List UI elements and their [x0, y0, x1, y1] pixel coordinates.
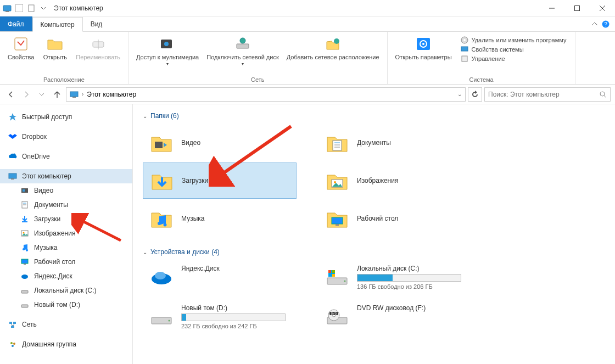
qat-dropdown-icon[interactable] [38, 3, 48, 13]
properties-button[interactable]: Свойства [4, 34, 37, 75]
search-input[interactable] [488, 91, 599, 98]
map-drive-button[interactable]: Подключить сетевой диск▾ [203, 34, 282, 75]
ribbon-group-system: Открыть параметры Удалить или изменить п… [388, 32, 576, 84]
uninstall-programs-link[interactable]: Удалить или изменить программу [461, 36, 567, 44]
open-settings-button[interactable]: Открыть параметры [392, 34, 455, 75]
svg-point-16 [240, 38, 245, 43]
svg-line-47 [13, 324, 14, 326]
system-properties-link[interactable]: Свойства системы [461, 46, 567, 53]
chevron-down-icon: ⌄ [143, 249, 147, 255]
computer-icon [8, 171, 18, 181]
folders-section-header[interactable]: ⌄ Папки (6) [143, 112, 605, 120]
storage-free-text: 232 ГБ свободно из 242 ГБ [181, 323, 286, 329]
sidebar-item-desktop[interactable]: Рабочий стол [0, 255, 132, 269]
ribbon-group-label: Расположение [43, 76, 85, 83]
music-icon [20, 243, 30, 253]
sidebar-homegroup[interactable]: Домашняя группа [0, 337, 132, 351]
media-access-button[interactable]: Доступ к мультимедиа▾ [133, 34, 202, 75]
address-segment[interactable]: Этот компьютер [87, 91, 136, 98]
svg-point-63 [344, 281, 346, 282]
svg-point-40 [21, 275, 28, 279]
svg-rect-25 [70, 92, 78, 97]
manage-link[interactable]: Управление [461, 55, 567, 63]
svg-line-28 [604, 96, 606, 98]
device-tile[interactable]: Локальный диск (C:)136 ГБ свободно из 20… [318, 261, 472, 293]
desktop-icon [20, 257, 30, 267]
svg-rect-1 [5, 11, 9, 12]
device-name: Новый том (D:) [181, 304, 286, 312]
minimize-button[interactable] [539, 0, 564, 16]
nav-recent-dropdown[interactable] [35, 88, 48, 101]
device-tile[interactable]: Новый том (D:)232 ГБ свободно из 242 ГБ [143, 301, 297, 333]
open-button[interactable]: Открыть [38, 34, 71, 75]
folder-tile[interactable]: Изображения [318, 163, 472, 199]
sidebar-item-documents[interactable]: Документы [0, 198, 132, 212]
sidebar-item-downloads[interactable]: Загрузки [0, 212, 132, 226]
device-tile[interactable]: Яндекс.Диск [143, 261, 297, 293]
svg-rect-44 [13, 322, 16, 324]
folder-icon [325, 206, 349, 231]
nav-back-button[interactable] [4, 88, 18, 101]
ribbon-collapse-icon[interactable] [592, 21, 597, 27]
sidebar-dropbox[interactable]: Dropbox [0, 130, 132, 144]
device-icon: DVD [325, 304, 349, 328]
svg-rect-29 [9, 173, 16, 178]
nav-forward-button[interactable] [20, 88, 33, 101]
refresh-button[interactable] [468, 87, 482, 102]
folder-name: Рабочий стол [357, 215, 398, 222]
qat-save-icon[interactable] [14, 3, 24, 13]
svg-rect-26 [72, 97, 76, 98]
sidebar-item-yandex-disk[interactable]: Яндекс.Диск [0, 269, 132, 283]
network-icon [8, 320, 18, 329]
sidebar-item-pictures[interactable]: Изображения [0, 226, 132, 240]
address-field[interactable]: › Этот компьютер ⌄ [66, 87, 466, 102]
storage-bar [357, 274, 461, 282]
device-tile[interactable]: DVDDVD RW дисковод (F:) [318, 301, 472, 333]
svg-point-22 [463, 39, 466, 41]
device-icon [325, 265, 349, 289]
svg-rect-15 [237, 44, 249, 48]
svg-rect-51 [155, 142, 163, 148]
drive-network-icon [234, 35, 251, 53]
close-button[interactable] [590, 0, 615, 16]
sidebar-item-drive-c[interactable]: Локальный диск (C:) [0, 283, 132, 298]
ribbon-group-label: Сеть [251, 76, 264, 83]
svg-rect-43 [9, 322, 12, 324]
devices-section-header[interactable]: ⌄ Устройства и диски (4) [143, 248, 605, 256]
ribbon: Свойства Открыть Переименовать Расположе… [0, 32, 615, 85]
svg-rect-58 [332, 217, 343, 224]
folder-icon [325, 169, 349, 193]
sidebar-this-pc[interactable]: Этот компьютер [0, 169, 132, 183]
folder-tile[interactable]: Загрузки [143, 163, 297, 199]
nav-up-button[interactable] [51, 88, 64, 101]
add-network-location-button[interactable]: Добавить сетевое расположение [283, 34, 383, 75]
svg-rect-5 [575, 5, 580, 10]
sidebar-network[interactable]: Сеть [0, 317, 132, 332]
folder-tile[interactable]: Рабочий стол [318, 201, 472, 236]
qat-new-icon[interactable] [26, 3, 36, 13]
folder-name: Документы [357, 139, 391, 147]
address-dropdown-icon[interactable]: ⌄ [457, 91, 462, 97]
tab-file[interactable]: Файл [0, 16, 32, 31]
sidebar-quick-access[interactable]: Быстрый доступ [0, 110, 132, 124]
svg-rect-38 [21, 259, 28, 264]
tab-computer[interactable]: Компьютер [32, 17, 83, 32]
chevron-right-icon[interactable]: › [82, 91, 83, 97]
svg-rect-39 [24, 264, 26, 265]
tab-view[interactable]: Вид [83, 16, 111, 31]
sidebar-item-video[interactable]: Видео [0, 183, 132, 198]
sidebar-item-music[interactable]: Музыка [0, 240, 132, 255]
folder-tile[interactable]: Документы [318, 125, 472, 160]
device-name: DVD RW дисковод (F:) [357, 304, 426, 312]
sidebar-item-drive-d[interactable]: Новый том (D:) [0, 298, 132, 312]
chevron-down-icon: ⌄ [143, 113, 147, 119]
window-title: Этот компьютер [54, 4, 103, 12]
maximize-button[interactable] [564, 0, 590, 16]
storage-bar [181, 313, 286, 321]
folder-tile[interactable]: Видео [143, 125, 297, 160]
help-icon[interactable]: ? [602, 20, 610, 28]
search-field[interactable] [484, 87, 611, 102]
svg-rect-45 [11, 326, 14, 328]
folder-tile[interactable]: Музыка [143, 201, 297, 236]
sidebar-onedrive[interactable]: OneDrive [0, 149, 132, 164]
